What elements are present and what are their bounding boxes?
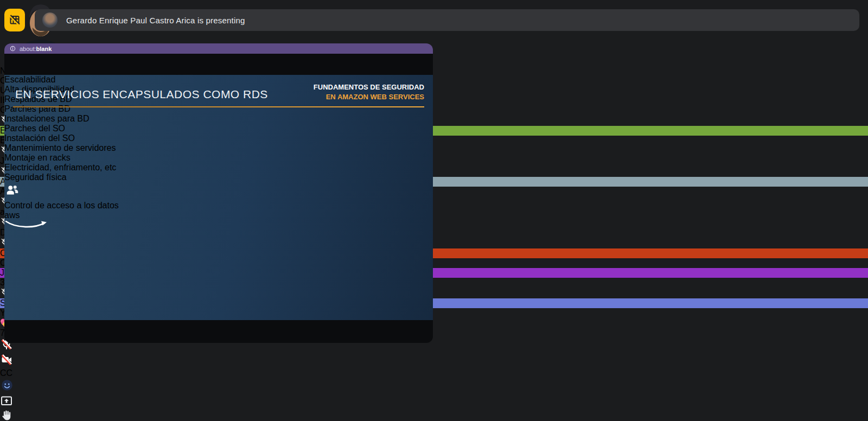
- slide-brand: FUNDAMENTOS DE SEGURIDAD EN AMAZON WEB S…: [314, 82, 424, 102]
- present-icon: [0, 394, 13, 407]
- presenting-banner: Gerardo Enrique Paul Castro Arica is pre…: [35, 9, 859, 31]
- grid-off-icon: [8, 14, 21, 27]
- shared-url-bar: about:blank: [4, 43, 433, 54]
- present-button[interactable]: [0, 394, 868, 410]
- slide: EN SERVICIOS ENCAPSULADOS COMO RDS FUNDA…: [4, 75, 433, 320]
- call-controls: CC: [0, 338, 868, 421]
- camera-off-button[interactable]: [0, 353, 868, 368]
- smiley-icon: [0, 378, 14, 392]
- info-icon: [10, 46, 16, 52]
- raise-hand-button[interactable]: [0, 410, 868, 421]
- cc-icon: CC: [0, 368, 868, 378]
- reactions-button[interactable]: [0, 378, 868, 394]
- shared-url: about:blank: [20, 46, 52, 52]
- hand-icon: [0, 410, 12, 421]
- presenter-avatar: [42, 12, 58, 28]
- presenting-text: Gerardo Enrique Paul Castro Arica is pre…: [66, 16, 245, 25]
- server-rack-image: [29, 124, 205, 288]
- slide-item: Instalaciones para BD: [4, 114, 433, 124]
- presentation-paused-icon[interactable]: [4, 9, 25, 31]
- slide-title: EN SERVICIOS ENCAPSULADOS COMO RDS: [15, 88, 268, 101]
- slide-title-rule: [13, 106, 424, 107]
- slide-item: Parches para BD: [4, 104, 433, 114]
- shared-screen[interactable]: about:blank EN SERVICIOS ENCAPSULADOS CO…: [4, 43, 433, 343]
- captions-button[interactable]: CC: [0, 368, 868, 378]
